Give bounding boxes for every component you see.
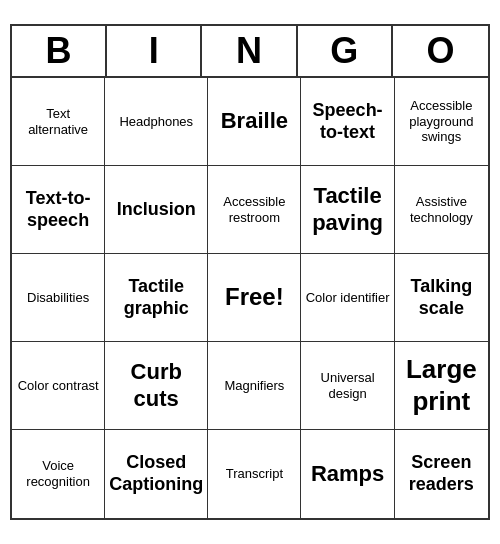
- bingo-cell: Closed Captioning: [105, 430, 208, 518]
- cell-label: Speech-to-text: [305, 100, 389, 143]
- cell-label: Text-to-speech: [16, 188, 100, 231]
- cell-label: Free!: [225, 283, 284, 312]
- bingo-cell: Accessible playground swings: [395, 78, 488, 166]
- cell-label: Transcript: [226, 466, 283, 482]
- bingo-card: BINGO Text alternativeHeadphonesBrailleS…: [10, 24, 490, 520]
- cell-label: Color identifier: [306, 290, 390, 306]
- header-letter: N: [202, 26, 297, 76]
- cell-label: Text alternative: [16, 106, 100, 137]
- bingo-cell: Universal design: [301, 342, 394, 430]
- bingo-cell: Color contrast: [12, 342, 105, 430]
- bingo-cell: Transcript: [208, 430, 301, 518]
- bingo-cell: Inclusion: [105, 166, 208, 254]
- cell-label: Headphones: [119, 114, 193, 130]
- bingo-cell: Voice recognition: [12, 430, 105, 518]
- cell-label: Large print: [399, 354, 484, 416]
- header-letter: O: [393, 26, 488, 76]
- header-letter: I: [107, 26, 202, 76]
- bingo-cell: Tactile graphic: [105, 254, 208, 342]
- bingo-cell: Assistive technology: [395, 166, 488, 254]
- bingo-cell: Disabilities: [12, 254, 105, 342]
- bingo-cell: Screen readers: [395, 430, 488, 518]
- cell-label: Disabilities: [27, 290, 89, 306]
- cell-label: Tactile graphic: [109, 276, 203, 319]
- bingo-cell: Braille: [208, 78, 301, 166]
- cell-label: Closed Captioning: [109, 452, 203, 495]
- bingo-cell: Headphones: [105, 78, 208, 166]
- bingo-cell: Magnifiers: [208, 342, 301, 430]
- bingo-cell: Text-to-speech: [12, 166, 105, 254]
- cell-label: Braille: [221, 108, 288, 134]
- cell-label: Accessible playground swings: [399, 98, 484, 145]
- bingo-cell: Color identifier: [301, 254, 394, 342]
- bingo-cell: Tactile paving: [301, 166, 394, 254]
- cell-label: Curb cuts: [109, 359, 203, 412]
- bingo-cell: Talking scale: [395, 254, 488, 342]
- bingo-cell: Free!: [208, 254, 301, 342]
- bingo-cell: Ramps: [301, 430, 394, 518]
- cell-label: Magnifiers: [224, 378, 284, 394]
- bingo-cell: Speech-to-text: [301, 78, 394, 166]
- cell-label: Universal design: [305, 370, 389, 401]
- cell-label: Voice recognition: [16, 458, 100, 489]
- cell-label: Assistive technology: [399, 194, 484, 225]
- bingo-cell: Curb cuts: [105, 342, 208, 430]
- bingo-header: BINGO: [12, 26, 488, 78]
- cell-label: Color contrast: [18, 378, 99, 394]
- cell-label: Screen readers: [399, 452, 484, 495]
- bingo-grid: Text alternativeHeadphonesBrailleSpeech-…: [12, 78, 488, 518]
- cell-label: Ramps: [311, 461, 384, 487]
- header-letter: G: [298, 26, 393, 76]
- header-letter: B: [12, 26, 107, 76]
- cell-label: Accessible restroom: [212, 194, 296, 225]
- cell-label: Talking scale: [399, 276, 484, 319]
- cell-label: Tactile paving: [305, 183, 389, 236]
- bingo-cell: Text alternative: [12, 78, 105, 166]
- bingo-cell: Large print: [395, 342, 488, 430]
- bingo-cell: Accessible restroom: [208, 166, 301, 254]
- cell-label: Inclusion: [117, 199, 196, 221]
